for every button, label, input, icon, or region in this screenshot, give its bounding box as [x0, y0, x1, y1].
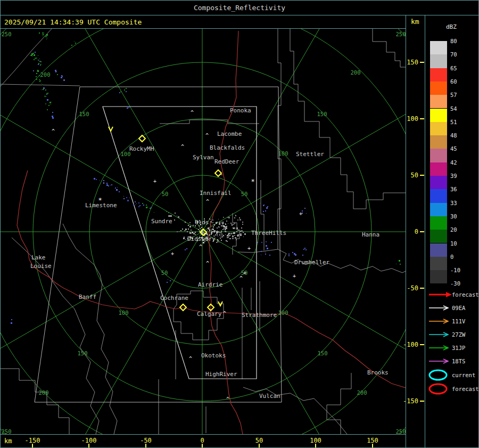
- dbz-scale-value: -10: [450, 267, 472, 273]
- ring-distance-label: 250: [2, 31, 12, 37]
- city-label: Banff: [79, 294, 96, 300]
- county-boundary: [327, 373, 351, 434]
- dbz-scale-value: 51: [450, 119, 472, 125]
- border-line: [0, 0, 479, 1]
- city-label: HighRiver: [205, 371, 237, 378]
- dbz-scale-value: 80: [450, 38, 472, 44]
- axis-label: 0: [191, 437, 214, 444]
- dbz-scale-value: 0: [450, 254, 472, 260]
- city-label: Innisfail: [200, 190, 232, 197]
- city-label: Ponoka: [230, 107, 251, 114]
- ring-distance-label: 50: [241, 191, 248, 197]
- axis-label: 100: [399, 115, 418, 123]
- dbz-swatch: [430, 270, 447, 283]
- city-label: Didsbury: [187, 235, 216, 242]
- city-label: Limestone: [85, 202, 117, 209]
- dbz-scale-value: 20: [450, 226, 472, 233]
- axis-label: 100: [304, 437, 327, 444]
- town-marker: ^: [240, 275, 243, 281]
- dbz-scale-value: 57: [450, 92, 472, 98]
- town-marker: ^: [52, 128, 55, 134]
- city-label: Airdrie: [198, 281, 222, 288]
- county-boundary: [63, 224, 117, 434]
- border-line: [0, 434, 406, 435]
- city-label: Calgary: [197, 311, 222, 317]
- coverage-outline: [35, 87, 282, 402]
- legend-label: forecast: [452, 291, 478, 298]
- city-label: RockyMH: [129, 145, 154, 152]
- ring-distance-label: 250: [396, 31, 406, 37]
- city-label: Lacombe: [217, 131, 242, 137]
- town-marker: *: [251, 178, 254, 185]
- dbz-swatch: [430, 122, 447, 135]
- ring-distance-label: 100: [278, 150, 288, 157]
- town-marker: ^: [191, 110, 194, 116]
- window-title: Composite_Reflectivity: [0, 4, 479, 12]
- town-marker: ^: [223, 311, 226, 316]
- dbz-scale-value: 45: [450, 145, 472, 152]
- radar-viewer-window: Composite_Reflectivity 2025/09/21 14:34:…: [0, 0, 479, 448]
- timestamp: 2025/09/21 14:34:39 UTC Composite: [4, 18, 142, 26]
- city-label: Sundre: [151, 218, 172, 225]
- km-unit-top: km: [411, 18, 419, 26]
- range-rings: [0, 0, 479, 448]
- dbz-scale-value: 10: [450, 240, 472, 247]
- dbz-swatch: [430, 68, 447, 82]
- city-label: Okotoks: [201, 352, 226, 359]
- dbz-swatch: [430, 41, 447, 54]
- border-line: [406, 15, 406, 448]
- dbz-scale-value: 30: [450, 213, 472, 219]
- map-area: 5010015020025050100150200250501001502002…: [0, 0, 479, 448]
- ring-distance-label: 200: [357, 389, 367, 396]
- dbz-swatch: [430, 189, 447, 202]
- dbz-swatch: [430, 95, 447, 108]
- city-label: Brooks: [367, 369, 389, 376]
- dbz-scale-title: dBZ: [446, 23, 457, 30]
- legend-label: current: [452, 372, 478, 378]
- dbz-scale-value: 60: [450, 78, 472, 85]
- dbz-scale-value: 70: [450, 51, 472, 58]
- forecast-ellipse-icon: [430, 384, 447, 394]
- axis-label: -100: [77, 437, 101, 444]
- axis-label: -150: [21, 437, 44, 444]
- dbz-swatch: [430, 149, 447, 162]
- dbz-scale-value: -30: [450, 280, 472, 287]
- county-boundary: [261, 180, 264, 250]
- dbz-scale-value: 36: [450, 186, 472, 192]
- city-label: Drumheller: [294, 259, 330, 266]
- city-label: Hanna: [362, 231, 379, 238]
- ring-distance-label: 200: [351, 69, 361, 76]
- city-label: Louise: [30, 263, 52, 270]
- dbz-swatch: [430, 230, 447, 243]
- ring-distance-label: 100: [119, 309, 129, 316]
- legend-label: 09EA: [452, 305, 478, 311]
- city-label: ThreeHills: [251, 230, 286, 237]
- axis-label: 150: [399, 59, 418, 66]
- dbz-scale-value: 54: [450, 105, 472, 112]
- ring-distance-label: 50: [162, 191, 169, 197]
- legend-label: 18TS: [452, 358, 478, 364]
- town-marker: ^: [226, 396, 229, 402]
- county-boundary: [160, 120, 259, 124]
- town-marker: +: [299, 211, 302, 217]
- dbz-swatch: [430, 162, 447, 176]
- dbz-scale-value: 65: [450, 65, 472, 71]
- dbz-swatch: [430, 216, 447, 230]
- border-line: [425, 15, 425, 448]
- radar-echo-layer: [11, 32, 401, 324]
- axis-label: 0: [399, 228, 418, 235]
- radar-map-canvas: 5010015020025050100150200250501001502002…: [0, 0, 479, 448]
- current-ellipse-icon: [430, 370, 447, 380]
- city-label: Strathmore: [242, 312, 277, 319]
- axis-label: -100: [399, 341, 418, 348]
- dbz-swatch: [430, 257, 447, 270]
- axis-label: -50: [399, 284, 418, 292]
- ring-distance-label: 50: [161, 270, 168, 276]
- dbz-swatch: [430, 109, 447, 122]
- dbz-scale-value: 42: [450, 159, 472, 166]
- city-label: Vulcan: [259, 393, 280, 400]
- town-marker: ^: [205, 133, 209, 139]
- dbz-scale-value: 39: [450, 173, 472, 179]
- legend-label: 27ZW: [452, 331, 478, 338]
- ring-distance-label: 150: [318, 350, 328, 356]
